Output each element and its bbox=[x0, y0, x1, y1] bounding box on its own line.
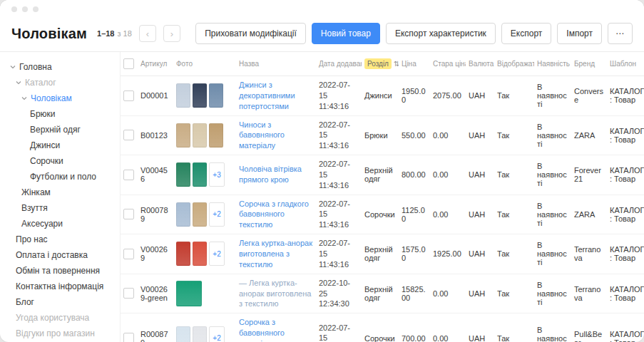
more-photos-badge[interactable]: +2 bbox=[209, 202, 225, 227]
product-name-link[interactable]: Сорочка з гладкого бавовняного текстилю bbox=[239, 200, 309, 229]
sidebar-item-tshirts-polo[interactable]: Футболки и поло bbox=[9, 169, 116, 185]
column-header-display[interactable]: Відображати bbox=[494, 52, 534, 76]
sidebar-item-label: Оплата і доставка bbox=[16, 250, 88, 260]
more-photos-badge[interactable]: +2 bbox=[209, 326, 225, 342]
window-titlebar bbox=[0, 0, 644, 19]
product-photo[interactable] bbox=[193, 83, 207, 108]
column-header-date[interactable]: Дата додавання bbox=[316, 52, 362, 76]
sidebar-item-men[interactable]: Чоловікам bbox=[9, 90, 116, 106]
product-name-link[interactable]: Сорочка з бавовняного матеріалу притален… bbox=[239, 318, 305, 342]
cell-template: КАТАЛОГ: Товар bbox=[607, 76, 644, 116]
product-photo[interactable] bbox=[176, 202, 190, 227]
product-photo[interactable] bbox=[176, 83, 190, 108]
cell-section: Верхній одяг bbox=[362, 274, 399, 314]
sidebar-item-blog[interactable]: Блог bbox=[9, 294, 116, 310]
sidebar-item-store-reviews[interactable]: Відгуки про магазин bbox=[9, 326, 116, 341]
sidebar-item-home[interactable]: Головна bbox=[9, 59, 116, 75]
row-checkbox[interactable] bbox=[123, 170, 134, 180]
sidebar-item-payment-delivery[interactable]: Оплата і доставка bbox=[9, 247, 116, 263]
cell-date: 2022-07-15 11:43:16 bbox=[316, 115, 362, 155]
product-table-container: АртикулФотоНазваДата додаванняРозділ⇅Цін… bbox=[120, 52, 644, 342]
chevron-down-icon bbox=[10, 64, 16, 70]
product-photo[interactable] bbox=[176, 326, 190, 342]
cell-date: 2022-10-25 12:34:30 bbox=[316, 274, 362, 314]
export-button[interactable]: Експорт bbox=[501, 23, 551, 44]
row-checkbox[interactable] bbox=[123, 90, 134, 101]
product-name-link[interactable]: Легка куртка-анорак виготовлена з тексти… bbox=[239, 239, 312, 269]
sidebar-item-catalog[interactable]: Каталог bbox=[9, 75, 116, 90]
sidebar-item-shoes[interactable]: Взуття bbox=[9, 200, 116, 216]
cell-currency: UAH bbox=[466, 155, 494, 195]
row-checkbox[interactable] bbox=[123, 333, 134, 342]
product-name-link[interactable]: Джинси з декоративними потертостями bbox=[239, 81, 295, 110]
import-button[interactable]: Імпорт bbox=[557, 23, 602, 44]
cell-template: КАТАЛОГ: Товар bbox=[607, 155, 644, 195]
more-photos-badge[interactable]: +3 bbox=[209, 162, 225, 187]
new-product-button[interactable]: Новий товар bbox=[312, 23, 380, 44]
sidebar-item-accessories[interactable]: Аксесуари bbox=[9, 216, 116, 232]
export-characteristics-button[interactable]: Експорт характеристик bbox=[386, 23, 496, 44]
sidebar-item-exchange-return[interactable]: Обмін та повернення bbox=[9, 263, 116, 279]
product-photo[interactable] bbox=[193, 202, 207, 227]
product-photo[interactable] bbox=[176, 281, 202, 306]
product-photo[interactable] bbox=[176, 162, 190, 187]
row-checkbox[interactable] bbox=[123, 249, 134, 259]
cell-price: 1950.00 bbox=[399, 76, 430, 116]
cell-display: Так bbox=[494, 195, 534, 234]
row-checkbox[interactable] bbox=[123, 288, 134, 299]
column-header-template[interactable]: Шаблон bbox=[607, 52, 644, 76]
column-header-brand[interactable]: Бренд bbox=[571, 52, 607, 76]
product-photo[interactable] bbox=[209, 83, 223, 108]
column-header-old_price[interactable]: Стара ціна bbox=[430, 52, 466, 76]
product-name-link[interactable]: — Легка куртка-анорак виготовлена з текс… bbox=[239, 279, 311, 309]
cell-date: 2022-07-15 11:43:16 bbox=[316, 155, 362, 195]
select-all-checkbox[interactable] bbox=[123, 58, 134, 69]
product-photo[interactable] bbox=[193, 242, 207, 266]
sidebar-item-outerwear[interactable]: Верхній одяг bbox=[9, 122, 116, 138]
cell-old-price: 0.00 bbox=[430, 274, 466, 314]
sidebar-item-user-agreement[interactable]: Угода користувача bbox=[9, 310, 116, 326]
sidebar-item-women[interactable]: Жінкам bbox=[9, 185, 116, 200]
pagination-next-button[interactable]: › bbox=[163, 25, 180, 42]
product-photo[interactable] bbox=[193, 123, 207, 147]
product-photo[interactable] bbox=[176, 242, 190, 266]
sidebar-item-about-us[interactable]: Про нас bbox=[9, 232, 116, 247]
pagination-prev-button[interactable]: ‹ bbox=[139, 25, 156, 42]
column-header-section[interactable]: Розділ⇅ bbox=[362, 52, 399, 76]
column-header-availability[interactable]: Наявність bbox=[534, 52, 571, 76]
column-header-price[interactable]: Ціна bbox=[399, 52, 430, 76]
column-header-sku[interactable]: Артикул bbox=[138, 52, 173, 76]
more-button[interactable]: ⋯ bbox=[608, 23, 633, 44]
cell-checkbox bbox=[121, 76, 138, 116]
cell-display: Так bbox=[494, 314, 534, 342]
sidebar-item-shirts[interactable]: Сорочки bbox=[9, 153, 116, 169]
cell-price: 15825.00 bbox=[399, 274, 430, 314]
product-photo[interactable] bbox=[176, 123, 190, 147]
column-header-currency[interactable]: Валюта bbox=[466, 52, 494, 76]
cell-availability: В наявності bbox=[534, 115, 571, 155]
row-checkbox[interactable] bbox=[123, 130, 134, 140]
sidebar-item-pants[interactable]: Брюки bbox=[9, 106, 116, 122]
cell-display: Так bbox=[494, 115, 534, 155]
cell-currency: UAH bbox=[466, 314, 494, 342]
content-area: ГоловнаКаталогЧоловікамБрюкиВерхній одяг… bbox=[0, 52, 644, 342]
sidebar-item-contact-info[interactable]: Контактна інформація bbox=[9, 279, 116, 294]
sort-icon[interactable]: ⇅ bbox=[394, 60, 399, 68]
more-photos-badge[interactable]: +2 bbox=[209, 242, 225, 266]
photo-group: +3 bbox=[176, 162, 233, 187]
cell-name: Чиноси з бавовняного матеріалу bbox=[236, 115, 316, 155]
product-name-link[interactable]: Чиноси з бавовняного матеріалу bbox=[239, 120, 285, 150]
product-photo[interactable] bbox=[193, 162, 207, 187]
product-name-link[interactable]: Чоловіча вітрівка прямого крою bbox=[239, 165, 302, 184]
product-photo[interactable] bbox=[209, 123, 223, 147]
row-checkbox[interactable] bbox=[123, 209, 134, 219]
column-header-name[interactable]: Назва bbox=[236, 52, 316, 76]
product-photo[interactable] bbox=[193, 326, 207, 342]
column-header-photo[interactable]: Фото bbox=[173, 52, 236, 76]
cell-brand: Terranova bbox=[571, 234, 607, 274]
hide-modifications-button[interactable]: Приховати модифікації bbox=[195, 23, 306, 44]
cell-display: Так bbox=[494, 234, 534, 274]
table-header: АртикулФотоНазваДата додаванняРозділ⇅Цін… bbox=[121, 52, 644, 76]
sidebar-item-label: Сорочки bbox=[30, 156, 63, 166]
sidebar-item-jeans[interactable]: Джинси bbox=[9, 138, 116, 153]
